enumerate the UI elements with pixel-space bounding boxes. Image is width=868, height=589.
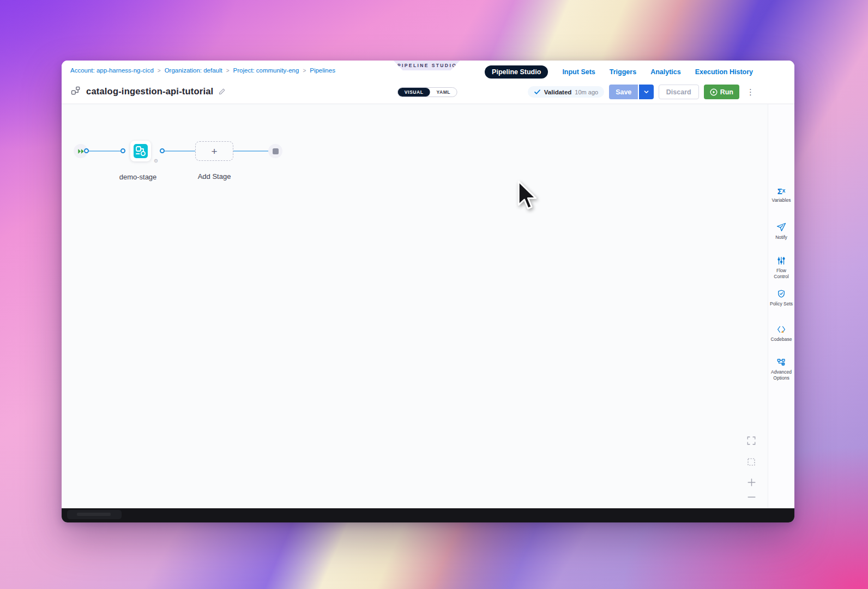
start-play-icon xyxy=(77,148,85,154)
pipeline-canvas[interactable]: ⚙ + demo-stage Add Stage xyxy=(62,104,794,508)
page-title: catalog-ingestion-api-tutorial xyxy=(86,86,213,97)
tab-triggers[interactable]: Triggers xyxy=(610,68,636,76)
toolbar-label: Variables xyxy=(771,197,792,203)
dock-noise xyxy=(77,513,111,516)
zoom-in-button[interactable] xyxy=(744,475,758,489)
zoom-out-button[interactable] xyxy=(744,490,758,504)
more-options-icon[interactable]: ⋮ xyxy=(744,87,757,97)
paper-plane-icon xyxy=(776,223,786,232)
toolbar-flow-control[interactable]: Flow Control xyxy=(768,256,794,280)
run-play-icon xyxy=(710,88,718,96)
tab-pipeline-studio[interactable]: Pipeline Studio xyxy=(485,65,548,79)
minus-icon xyxy=(746,492,757,502)
pipeline-title-group: catalog-ingestion-api-tutorial xyxy=(70,86,226,97)
edge-start-to-stage xyxy=(86,151,123,152)
toolbar-label: Codebase xyxy=(770,336,793,342)
edit-pencil-icon[interactable] xyxy=(218,87,226,95)
right-toolbar: Σˣ Variables Notify Flow Control xyxy=(768,104,794,508)
edge-dot xyxy=(84,148,89,153)
stage-label[interactable]: demo-stage xyxy=(105,173,171,181)
toolbar-label: Policy Sets xyxy=(769,301,794,307)
check-icon xyxy=(534,88,541,95)
breadcrumb: Account: app-harness-ng-cicd > Organizat… xyxy=(70,67,335,74)
discard-button[interactable]: Discard xyxy=(659,85,699,99)
run-button[interactable]: Run xyxy=(704,85,739,99)
toolbar-variables[interactable]: Σˣ Variables xyxy=(768,187,794,203)
run-label: Run xyxy=(720,88,733,96)
toolbar-policy-sets[interactable]: Policy Sets xyxy=(768,289,794,307)
validation-status: Validated 10m ago xyxy=(528,86,604,98)
window-header: Account: app-harness-ng-cicd > Organizat… xyxy=(62,61,794,104)
add-stage-node[interactable]: + xyxy=(195,141,233,161)
custom-stage-icon xyxy=(133,143,148,159)
stop-icon xyxy=(273,148,279,154)
fullscreen-icon xyxy=(746,436,756,446)
desktop-wallpaper: Account: app-harness-ng-cicd > Organizat… xyxy=(0,0,868,589)
view-toggle: VISUAL YAML xyxy=(397,87,457,97)
breadcrumb-account-link[interactable]: Account: app-harness-ng-cicd xyxy=(70,67,154,74)
save-button[interactable]: Save xyxy=(609,85,638,99)
tab-analytics[interactable]: Analytics xyxy=(650,68,681,76)
breadcrumb-separator: > xyxy=(303,68,306,74)
plus-icon: + xyxy=(211,146,217,157)
header-actions: Validated 10m ago Save Discard xyxy=(528,85,757,99)
toolbar-notify[interactable]: Notify xyxy=(768,223,794,241)
pipeline-end-node[interactable] xyxy=(268,144,282,158)
add-stage-label[interactable]: Add Stage xyxy=(182,172,247,181)
reset-view-button[interactable] xyxy=(744,455,758,469)
breadcrumb-separator: > xyxy=(226,68,230,74)
pipeline-studio-badge: PIPELINE STUDIO xyxy=(394,61,460,70)
plus-icon xyxy=(746,477,757,488)
toggle-visual[interactable]: VISUAL xyxy=(398,88,430,97)
edge-dot xyxy=(160,148,165,153)
dashed-square-icon xyxy=(746,457,756,467)
stage-gear-icon: ⚙ xyxy=(154,158,158,164)
breadcrumb-separator: > xyxy=(158,68,161,74)
edge-dot xyxy=(120,148,125,153)
fit-view-button[interactable] xyxy=(744,434,758,448)
save-dropdown-button[interactable] xyxy=(639,85,654,99)
toolbar-label: Notify xyxy=(774,235,788,241)
flowchart-gear-icon xyxy=(776,357,786,367)
breadcrumb-project-link[interactable]: Project: community-eng xyxy=(233,67,299,74)
toolbar-advanced-options[interactable]: Advanced Options xyxy=(768,357,794,381)
sliders-icon xyxy=(776,256,786,266)
shield-check-icon xyxy=(776,289,786,299)
codebase-warning-icon xyxy=(776,324,786,334)
stage-node-demo-stage[interactable] xyxy=(130,141,151,161)
tab-execution-history[interactable]: Execution History xyxy=(695,68,753,76)
toolbar-codebase[interactable]: Codebase xyxy=(768,324,794,342)
toggle-yaml[interactable]: YAML xyxy=(430,88,457,97)
toolbar-label: Flow Control xyxy=(768,268,794,280)
validation-label: Validated xyxy=(544,89,572,95)
toolbar-label: Advanced Options xyxy=(768,369,794,381)
breadcrumb-pipelines-link[interactable]: Pipelines xyxy=(310,67,335,74)
bottom-dock-strip xyxy=(62,508,794,522)
pipeline-studio-window: Account: app-harness-ng-cicd > Organizat… xyxy=(62,61,794,522)
validation-time: 10m ago xyxy=(575,89,598,95)
chevron-down-icon xyxy=(643,89,649,95)
top-navigation: Pipeline Studio Input Sets Triggers Anal… xyxy=(485,65,753,79)
sigma-variables-icon: Σˣ xyxy=(777,187,786,195)
tab-input-sets[interactable]: Input Sets xyxy=(562,68,595,76)
breadcrumb-organization-link[interactable]: Organization: default xyxy=(165,67,222,74)
save-split-button: Save xyxy=(609,85,654,99)
pipeline-icon xyxy=(70,86,81,97)
